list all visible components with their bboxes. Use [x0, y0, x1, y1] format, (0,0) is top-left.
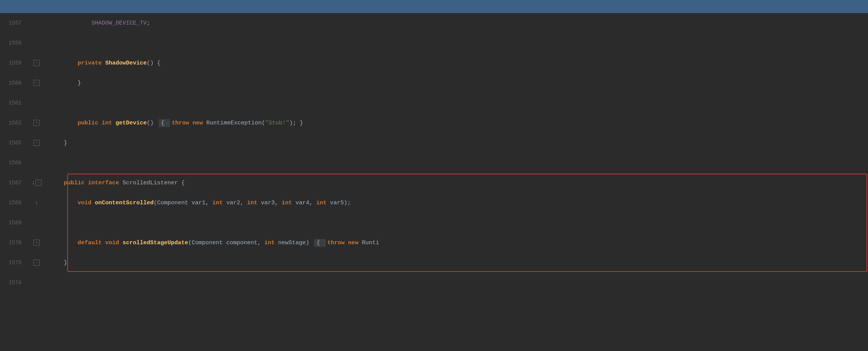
code-line-1568: 1568↓ void onContentScrolled(Component v… — [0, 193, 868, 213]
code-tokens: } — [46, 140, 868, 146]
code-line-1557: 1557 SHADOW_DEVICE_TV; — [0, 13, 868, 33]
code-token: ); } — [289, 120, 303, 126]
line-number: 1558 — [0, 40, 27, 46]
code-token: } — [50, 260, 67, 266]
code-token: } — [50, 140, 67, 146]
code-line-1561: 1561 — [0, 93, 868, 113]
code-tokens: public interface ScrolledListener { — [46, 180, 868, 186]
line-number: 1567 — [0, 180, 27, 186]
code-token — [91, 200, 95, 206]
line-number: 1566 — [0, 160, 27, 166]
code-token: int — [247, 200, 257, 206]
code-token: void — [105, 240, 119, 246]
code-token: Runti — [358, 240, 379, 246]
code-token — [345, 240, 348, 246]
line-number: 1568 — [0, 200, 27, 206]
code-token: SHADOW_DEVICE_TV — [91, 20, 147, 26]
code-token: new — [348, 240, 358, 246]
fold-minus-icon[interactable]: − — [33, 140, 40, 146]
code-token: interface — [88, 180, 119, 186]
code-token — [50, 60, 78, 66]
code-token: } — [50, 80, 81, 86]
code-token: var5); — [326, 200, 351, 206]
code-area: 1557 SHADOW_DEVICE_TV;15581559− private … — [0, 13, 868, 351]
code-token: var2, — [223, 200, 247, 206]
code-token: var3, — [257, 200, 282, 206]
down-arrow-icon: ↓ — [31, 179, 35, 186]
code-token: throw — [172, 120, 189, 126]
code-token: ; — [147, 20, 150, 26]
code-token: throw — [327, 240, 345, 246]
code-token: public — [64, 180, 84, 186]
code-line-1567: 1567↓− public interface ScrolledListener… — [0, 173, 868, 193]
line-number: 1565 — [0, 140, 27, 146]
line-number: 1573 — [0, 260, 27, 266]
code-line-1570: 1570+ default void scrolledStageUpdate(C… — [0, 233, 868, 253]
code-token: getDevice — [116, 120, 147, 126]
code-token: newStage) — [275, 240, 313, 246]
code-tokens: default void scrolledStageUpdate(Compone… — [46, 239, 868, 247]
line-number: 1560 — [0, 80, 27, 86]
line-number: 1574 — [0, 280, 27, 286]
code-line-1574: 1574 — [0, 273, 868, 293]
code-token: { — [314, 239, 326, 247]
code-token: (Component var1, — [154, 200, 212, 206]
code-token — [50, 180, 64, 186]
down-arrow-icon: ↓ — [35, 199, 38, 206]
code-token — [119, 240, 123, 246]
code-token — [102, 240, 105, 246]
code-token: int — [282, 200, 292, 206]
code-line-1562: 1562+ public int getDevice() { throw new… — [0, 113, 868, 133]
code-line-1558: 1558 — [0, 33, 868, 53]
fold-plus-icon[interactable]: + — [33, 120, 40, 126]
line-number: 1561 — [0, 100, 27, 106]
code-tokens: public int getDevice() { throw new Runti… — [46, 119, 868, 127]
code-token: ShadowDevice — [105, 60, 147, 66]
line-number: 1557 — [0, 20, 27, 26]
code-token: int — [264, 240, 275, 246]
code-line-1565: 1565− } — [0, 133, 868, 153]
code-token: void — [78, 200, 91, 206]
code-token: int — [102, 120, 112, 126]
code-token — [50, 240, 78, 246]
code-token — [84, 180, 88, 186]
code-token: default — [78, 240, 102, 246]
code-token: scrolledStageUpdate — [123, 240, 188, 246]
code-token — [50, 20, 91, 26]
code-token: { — [178, 180, 185, 186]
code-token: onContentScrolled — [95, 200, 154, 206]
line-number: 1562 — [0, 120, 27, 126]
code-token: private — [78, 60, 102, 66]
line-number: 1569 — [0, 220, 27, 226]
code-token: () { — [147, 60, 161, 66]
code-token — [112, 120, 116, 126]
lines-render: 1557 SHADOW_DEVICE_TV;15581559− private … — [0, 13, 868, 293]
code-line-1560: 1560− } — [0, 73, 868, 93]
fold-minus-icon[interactable]: − — [33, 80, 40, 86]
fold-plus-icon[interactable]: + — [33, 240, 40, 246]
code-token: { — [159, 119, 170, 127]
code-token: int — [212, 200, 223, 206]
code-token: RuntimeException( — [203, 120, 265, 126]
code-token: ScrolledListener — [123, 180, 178, 186]
code-token: int — [316, 200, 326, 206]
code-tokens: void onContentScrolled(Component var1, i… — [46, 200, 868, 206]
code-line-1573: 1573− } — [0, 253, 868, 273]
fold-minus-icon[interactable]: − — [35, 180, 41, 186]
code-token: () — [147, 120, 157, 126]
code-line-1566: 1566 — [0, 153, 868, 173]
code-token — [189, 120, 192, 126]
fold-minus-icon[interactable]: − — [33, 60, 40, 66]
code-line-1569: 1569 — [0, 213, 868, 233]
line-number: 1570 — [0, 240, 27, 246]
code-token — [50, 120, 78, 126]
fold-minus-icon[interactable]: − — [33, 260, 40, 266]
lines-container: 1557 SHADOW_DEVICE_TV;15581559− private … — [0, 13, 868, 351]
code-token — [119, 180, 123, 186]
header-bar — [0, 0, 868, 13]
code-tokens: SHADOW_DEVICE_TV; — [46, 20, 868, 26]
code-tokens: } — [46, 260, 868, 266]
code-token: var4, — [292, 200, 316, 206]
code-token — [98, 120, 102, 126]
code-token: (Component component, — [188, 240, 264, 246]
